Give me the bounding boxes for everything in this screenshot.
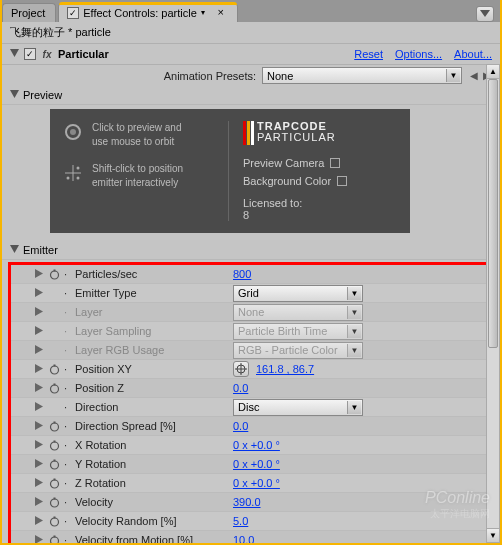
- svg-marker-40: [35, 497, 43, 506]
- stopwatch-icon[interactable]: [48, 382, 61, 395]
- prop-label: Z Rotation: [75, 477, 230, 489]
- twisty-prop[interactable]: [35, 383, 45, 393]
- prop-value[interactable]: 0.0: [233, 382, 248, 394]
- stopwatch-icon[interactable]: [48, 515, 61, 528]
- svg-point-25: [51, 385, 59, 393]
- tab-project[interactable]: Project: [2, 3, 56, 22]
- effect-enable-checkbox[interactable]: ✓: [24, 48, 36, 60]
- scroll-down-button[interactable]: ▼: [487, 528, 499, 542]
- prop-dropdown[interactable]: Grid▼: [233, 285, 363, 302]
- bg-color-label: Background Color: [243, 175, 331, 187]
- prop-row: ·Position Z0.0: [11, 379, 491, 398]
- svg-point-32: [51, 442, 59, 450]
- svg-point-44: [51, 518, 59, 526]
- prop-value[interactable]: 0 x +0.0 °: [233, 458, 280, 470]
- prop-row: ·Z Rotation0 x +0.0 °: [11, 474, 491, 493]
- twisty-prop[interactable]: [35, 402, 45, 412]
- bg-color-swatch[interactable]: [337, 176, 347, 186]
- prop-row: ·Velocity from Motion [%]10.0: [11, 531, 491, 543]
- twisty-prop[interactable]: [35, 535, 45, 543]
- prop-row: ·Y Rotation0 x +0.0 °: [11, 455, 491, 474]
- svg-rect-36: [54, 459, 56, 461]
- effect-body: Preview Click to preview and use mouse t…: [2, 86, 500, 543]
- svg-marker-46: [35, 535, 43, 543]
- prop-dropdown: None▼: [233, 304, 363, 321]
- svg-marker-18: [35, 364, 43, 373]
- prop-value[interactable]: 800: [233, 268, 251, 280]
- prop-row: ·Direction Spread [%]0.0: [11, 417, 491, 436]
- twisty-prop[interactable]: [35, 345, 45, 355]
- effect-toggle-icon[interactable]: ✓: [67, 7, 79, 19]
- prop-value[interactable]: 0 x +0.0 °: [233, 477, 280, 489]
- twisty-prop[interactable]: [35, 440, 45, 450]
- preview-header: Preview: [2, 86, 500, 105]
- twisty-prop[interactable]: [35, 307, 45, 317]
- stopwatch-icon[interactable]: [48, 496, 61, 509]
- twisty-preview[interactable]: [10, 90, 20, 100]
- svg-rect-33: [54, 440, 56, 442]
- panel-menu-button[interactable]: [476, 6, 494, 22]
- prop-value[interactable]: 5.0: [233, 515, 248, 527]
- scroll-thumb[interactable]: [488, 79, 498, 348]
- prop-value[interactable]: 0.0: [233, 420, 248, 432]
- svg-marker-28: [35, 421, 43, 430]
- twisty-prop[interactable]: [35, 364, 45, 374]
- scroll-up-button[interactable]: ▲: [487, 65, 499, 79]
- prop-label: Direction: [75, 401, 230, 413]
- prop-label: X Rotation: [75, 439, 230, 451]
- scroll-track[interactable]: [487, 79, 499, 528]
- prop-value[interactable]: 161.8 , 86.7: [256, 363, 314, 375]
- tab-effect-controls-label: Effect Controls: particle: [83, 7, 197, 19]
- orbit-icon[interactable]: [62, 121, 84, 143]
- twisty-effect[interactable]: [10, 49, 20, 59]
- close-icon[interactable]: ×: [215, 7, 227, 19]
- svg-point-35: [51, 461, 59, 469]
- preset-prev-button[interactable]: ◀: [468, 68, 479, 83]
- chevron-down-icon: ▼: [347, 287, 361, 300]
- preview-box: Click to preview and use mouse to orbit …: [50, 109, 410, 233]
- stopwatch-icon[interactable]: [48, 439, 61, 452]
- stopwatch-icon[interactable]: [48, 458, 61, 471]
- preview-camera-checkbox[interactable]: [330, 158, 340, 168]
- twisty-prop[interactable]: [35, 288, 45, 298]
- tab-dropdown-icon[interactable]: ▾: [201, 8, 211, 18]
- prop-value[interactable]: 0 x +0.0 °: [233, 439, 280, 451]
- prop-row: ·Position XY161.8 , 86.7: [11, 360, 491, 379]
- prop-value[interactable]: 10.0: [233, 534, 254, 543]
- options-link[interactable]: Options...: [395, 48, 442, 60]
- svg-rect-20: [54, 364, 56, 366]
- presets-dropdown[interactable]: None ▼: [262, 67, 462, 84]
- prop-value[interactable]: 390.0: [233, 496, 261, 508]
- crosshair-button[interactable]: [233, 361, 249, 377]
- breadcrumb: 飞舞的粒子 * particle: [2, 22, 500, 44]
- twisty-prop[interactable]: [35, 516, 45, 526]
- prop-row: ·Velocity390.0: [11, 493, 491, 512]
- stopwatch-icon[interactable]: [48, 268, 61, 281]
- svg-marker-0: [480, 10, 490, 17]
- reset-link[interactable]: Reset: [354, 48, 383, 60]
- twisty-prop[interactable]: [35, 497, 45, 507]
- about-link[interactable]: About...: [454, 48, 492, 60]
- svg-rect-39: [54, 478, 56, 480]
- preview-label: Preview: [23, 89, 62, 101]
- vertical-scrollbar[interactable]: ▲ ▼: [486, 64, 500, 543]
- twisty-prop[interactable]: [35, 421, 45, 431]
- prop-row: ·LayerNone▼: [11, 303, 491, 322]
- stopwatch-icon[interactable]: [48, 363, 61, 376]
- stopwatch-icon[interactable]: [48, 477, 61, 490]
- stopwatch-icon[interactable]: [48, 534, 61, 544]
- fx-icon: fx: [40, 47, 54, 61]
- twisty-prop[interactable]: [35, 269, 45, 279]
- tab-project-label: Project: [11, 7, 45, 19]
- stopwatch-icon[interactable]: [48, 420, 61, 433]
- twisty-emitter[interactable]: [10, 245, 20, 255]
- twisty-prop[interactable]: [35, 326, 45, 336]
- twisty-prop[interactable]: [35, 478, 45, 488]
- tab-effect-controls[interactable]: ✓ Effect Controls: particle ▾ ×: [58, 3, 238, 22]
- chevron-down-icon: ▼: [347, 401, 361, 414]
- prop-dropdown[interactable]: Disc▼: [233, 399, 363, 416]
- twisty-prop[interactable]: [35, 459, 45, 469]
- position-icon[interactable]: [62, 162, 84, 184]
- prop-label: Velocity Random [%]: [75, 515, 230, 527]
- svg-rect-26: [54, 383, 56, 385]
